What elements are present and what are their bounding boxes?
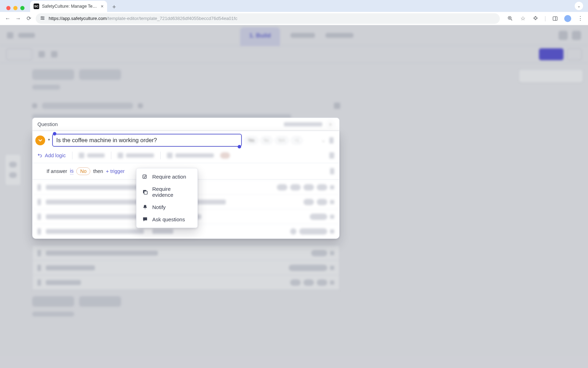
trigger-menu: Require action Require evidence Notify xyxy=(136,168,198,228)
response-type-cell[interactable]: Yes No N/A +1 ⌄ xyxy=(245,137,336,144)
side-panel-icon[interactable] xyxy=(552,15,559,22)
svg-point-2 xyxy=(41,16,42,18)
new-tab-button[interactable]: + xyxy=(109,2,119,12)
trigger-option-require-evidence[interactable]: Require evidence xyxy=(136,183,197,201)
chat-icon xyxy=(142,216,148,222)
svg-rect-12 xyxy=(144,191,147,194)
add-trigger-button[interactable]: + trigger xyxy=(106,168,125,174)
logic-then-label: then xyxy=(93,168,103,174)
selection-handle-icon xyxy=(53,132,56,136)
window-controls xyxy=(4,6,28,12)
row-menu-icon[interactable] xyxy=(329,152,334,159)
svg-line-5 xyxy=(511,19,512,21)
site-settings-icon[interactable] xyxy=(40,15,45,22)
svg-rect-10 xyxy=(143,175,146,179)
extensions-icon[interactable] xyxy=(532,15,539,22)
row-menu-icon[interactable] xyxy=(330,168,334,174)
minimize-window-icon[interactable] xyxy=(13,6,18,10)
trigger-option-require-action[interactable]: Require action xyxy=(136,171,197,183)
tab-favicon-icon: SC xyxy=(34,4,39,9)
question-header-label: Question xyxy=(37,121,58,127)
bookmark-icon[interactable]: ☆ xyxy=(519,15,526,22)
logic-operator[interactable]: is xyxy=(70,168,74,174)
url-text: https://app.safetyculture.com/template-e… xyxy=(49,16,237,21)
svg-point-3 xyxy=(43,18,44,19)
tab-bar: SC SafetyCulture: Manage Teams and... × … xyxy=(0,0,588,12)
question-column-header: Question + xyxy=(32,118,340,131)
close-window-icon[interactable] xyxy=(6,6,10,10)
row-menu-icon[interactable] xyxy=(329,137,334,144)
browser-chrome: SC SafetyCulture: Manage Teams and... × … xyxy=(0,0,588,25)
browser-tab[interactable]: SC SafetyCulture: Manage Teams and... × xyxy=(30,1,107,12)
required-indicator: * xyxy=(48,137,50,143)
trigger-option-notify[interactable]: Notify xyxy=(136,201,197,213)
question-text-input[interactable] xyxy=(52,134,242,147)
reload-button[interactable]: ⟳ xyxy=(25,15,32,22)
menu-item-label: Notify xyxy=(152,204,166,210)
question-editor-panel: Question + * Yes No xyxy=(32,118,340,239)
menu-item-label: Require evidence xyxy=(152,186,192,198)
app-viewport: 1. Build xyxy=(0,25,588,368)
menu-item-label: Ask questions xyxy=(152,216,185,222)
maximize-window-icon[interactable] xyxy=(20,6,24,10)
profile-avatar-icon[interactable] xyxy=(564,15,571,22)
chevron-down-icon: ⌄ xyxy=(322,138,325,143)
svg-rect-8 xyxy=(553,16,557,20)
address-bar[interactable]: https://app.safetyculture.com/template-e… xyxy=(36,13,500,24)
add-column-button[interactable]: + xyxy=(327,120,334,128)
add-logic-label: Add logic xyxy=(45,153,66,158)
logic-value-pill[interactable]: No xyxy=(76,167,90,175)
evidence-icon xyxy=(142,189,148,195)
zoom-icon[interactable] xyxy=(507,15,514,22)
forward-button[interactable]: → xyxy=(15,15,22,22)
bell-icon xyxy=(142,204,148,210)
question-actions-row: Add logic xyxy=(33,150,339,163)
tab-title: SafetyCulture: Manage Teams and... xyxy=(42,4,98,9)
question-type-icon[interactable] xyxy=(35,136,45,145)
menu-item-label: Require action xyxy=(152,174,186,180)
tabs-menu-button[interactable]: ⌄ xyxy=(575,2,583,10)
close-tab-icon[interactable]: × xyxy=(101,4,104,9)
selection-handle-icon xyxy=(238,145,241,148)
address-bar-row: ← → ⟳ https://app.safetyculture.com/temp… xyxy=(0,12,588,25)
trigger-option-ask-questions[interactable]: Ask questions xyxy=(136,213,197,225)
add-logic-button[interactable]: Add logic xyxy=(37,153,66,158)
logic-if-label: If answer xyxy=(47,168,67,174)
action-icon xyxy=(142,174,148,180)
question-row: * Yes No N/A +1 ⌄ xyxy=(33,131,339,150)
back-button[interactable]: ← xyxy=(4,15,11,22)
more-menu-icon[interactable]: ⋮ xyxy=(577,15,584,22)
